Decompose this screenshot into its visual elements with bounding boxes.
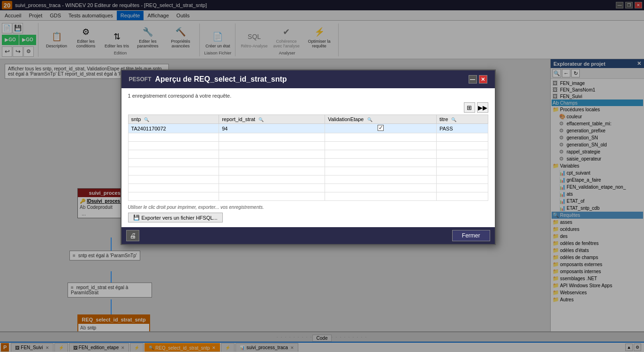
table-row xyxy=(128,159,488,167)
cell-sntp: TA2401170072 xyxy=(128,124,219,133)
col-validation-search-icon[interactable]: 🔍 xyxy=(367,117,372,122)
modal-grid-button[interactable]: ⊞ xyxy=(464,102,475,113)
modal-close-x-button[interactable]: ✕ xyxy=(479,75,487,84)
col-sntp-search-icon[interactable]: 🔍 xyxy=(144,117,149,122)
modal-action-bar: 🖨 Fermer xyxy=(121,227,495,244)
export-label: Exporter vers un fichier HFSQL... xyxy=(142,215,218,221)
pesoft-label: PESOFT xyxy=(129,76,152,83)
table-row xyxy=(128,176,488,184)
col-sntp: sntp 🔍 xyxy=(128,115,219,124)
table-row xyxy=(128,184,488,192)
table-row xyxy=(128,150,488,159)
col-report: report_id_strat 🔍 xyxy=(219,115,325,124)
modal-minimize-button[interactable]: — xyxy=(469,75,477,84)
modal-title-controls: — ✕ xyxy=(469,75,487,84)
modal-title: Aperçu de REQ_select_id_strat_sntp xyxy=(155,75,287,84)
modal-record-count: 1 enregistrement correspond à votre requ… xyxy=(128,93,488,99)
table-row xyxy=(128,192,488,201)
cell-titre: PASS xyxy=(437,124,488,133)
export-icon: 💾 xyxy=(133,214,140,221)
modal-nav-button[interactable]: ▶▶ xyxy=(477,102,488,113)
results-table: sntp 🔍 report_id_strat 🔍 ValidationEtape… xyxy=(128,115,488,201)
col-validation: ValidationEtape 🔍 xyxy=(325,115,437,124)
cell-report: 94 xyxy=(219,124,325,133)
table-row[interactable]: TA2401170072 94 PASS xyxy=(128,124,488,133)
table-row xyxy=(128,142,488,150)
col-titre: titre 🔍 xyxy=(437,115,488,124)
table-row xyxy=(128,133,488,142)
modal-overlay: PESOFT Aperçu de REQ_select_id_strat_snt… xyxy=(0,0,644,352)
table-row xyxy=(128,167,488,176)
cell-validation xyxy=(325,124,437,133)
modal-icons-row: ⊞ ▶▶ xyxy=(128,102,488,113)
modal-dialog: PESOFT Aperçu de REQ_select_id_strat_snt… xyxy=(121,69,496,245)
export-button[interactable]: 💾 Exporter vers un fichier HFSQL... xyxy=(128,213,223,222)
print-button[interactable]: 🖨 xyxy=(126,230,139,241)
modal-title-bar: PESOFT Aperçu de REQ_select_id_strat_snt… xyxy=(121,70,495,88)
modal-content: 1 enregistrement correspond à votre requ… xyxy=(121,88,495,227)
col-titre-search-icon[interactable]: 🔍 xyxy=(451,117,456,122)
validation-checkbox xyxy=(378,125,384,131)
modal-footer-text: Utiliser le clic droit pour imprimer, ex… xyxy=(128,205,488,210)
col-report-search-icon[interactable]: 🔍 xyxy=(258,117,264,122)
modal-close-button[interactable]: Fermer xyxy=(452,230,490,241)
